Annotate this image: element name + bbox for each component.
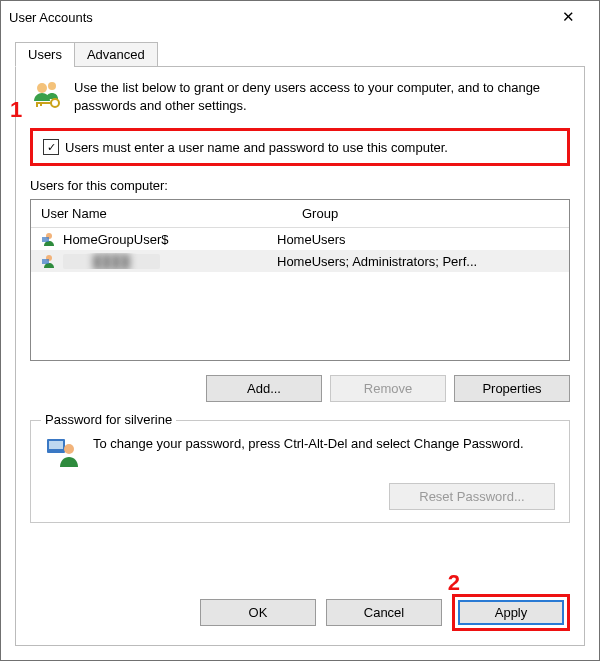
svg-point-0 (37, 83, 47, 93)
users-list-label: Users for this computer: (30, 178, 570, 193)
titlebar: User Accounts ✕ (1, 1, 599, 33)
svg-rect-5 (40, 102, 42, 106)
svg-point-2 (51, 99, 59, 107)
close-icon: ✕ (562, 8, 575, 26)
svg-rect-11 (49, 441, 63, 449)
svg-point-12 (64, 444, 74, 454)
password-user-icon (45, 435, 81, 471)
password-groupbox: Password for silverine To change your pa… (30, 420, 570, 523)
svg-rect-7 (42, 237, 49, 242)
checkbox-label: Users must enter a user name and passwor… (65, 140, 448, 155)
col-group[interactable]: Group (292, 200, 569, 227)
highlight-box-2: Apply (452, 594, 570, 631)
svg-point-1 (48, 82, 56, 90)
window-title: User Accounts (9, 10, 545, 25)
svg-rect-3 (36, 102, 52, 104)
intro-text: Use the list below to grant or deny user… (74, 79, 570, 114)
cancel-button[interactable]: Cancel (326, 599, 442, 626)
highlight-box-1: ✓ Users must enter a user name and passw… (30, 128, 570, 166)
user-accounts-window: User Accounts ✕ Users Advanced 1 (0, 0, 600, 661)
listview-header: User Name Group (31, 200, 569, 228)
col-user-name[interactable]: User Name (31, 200, 292, 227)
svg-rect-9 (42, 259, 49, 264)
annotation-1: 1 (10, 97, 22, 123)
tab-body-users: 1 Use the list below to grant or deny us… (15, 66, 585, 646)
list-row[interactable]: ████ HomeUsers; Administrators; Perf... (31, 250, 569, 272)
checkmark-icon: ✓ (47, 141, 56, 154)
add-button[interactable]: Add... (206, 375, 322, 402)
reset-password-button: Reset Password... (389, 483, 555, 510)
properties-button[interactable]: Properties (454, 375, 570, 402)
cell-group: HomeUsers (277, 232, 559, 247)
remove-button: Remove (330, 375, 446, 402)
dialog-buttons: 2 OK Cancel Apply (30, 568, 570, 631)
password-group-legend: Password for silverine (41, 412, 176, 427)
client-area: Users Advanced 1 Use the list below to g… (1, 33, 599, 660)
users-keys-icon (30, 79, 64, 113)
apply-button[interactable]: Apply (458, 600, 564, 625)
svg-rect-4 (36, 102, 38, 107)
tab-advanced[interactable]: Advanced (74, 42, 158, 67)
user-icon (41, 231, 57, 247)
list-buttons-row: Add... Remove Properties (30, 375, 570, 402)
cell-user-name: HomeGroupUser$ (63, 232, 169, 247)
password-group-text: To change your password, press Ctrl-Alt-… (93, 435, 555, 453)
checkbox-icon: ✓ (43, 139, 59, 155)
cell-group: HomeUsers; Administrators; Perf... (277, 254, 559, 269)
ok-button[interactable]: OK (200, 599, 316, 626)
tabstrip: Users Advanced (15, 42, 585, 67)
user-icon (41, 253, 57, 269)
cell-user-name: ████ (63, 254, 160, 269)
users-listview[interactable]: User Name Group HomeGroupUser$ HomeUsers… (30, 199, 570, 361)
intro-row: 1 Use the list below to grant or deny us… (30, 79, 570, 114)
close-button[interactable]: ✕ (545, 1, 591, 33)
list-row[interactable]: HomeGroupUser$ HomeUsers (31, 228, 569, 250)
require-password-checkbox[interactable]: ✓ Users must enter a user name and passw… (43, 139, 557, 155)
tab-users[interactable]: Users (15, 42, 75, 67)
annotation-2: 2 (448, 570, 460, 596)
